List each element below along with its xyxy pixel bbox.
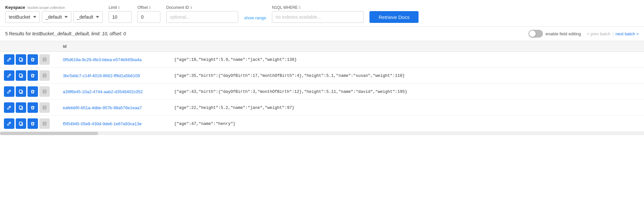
table-body: 0f5d618a-9c29-4fe3-bbea-e574b945ba4a{"ag… [0, 52, 644, 132]
row-actions [0, 52, 59, 68]
row-id[interactable]: f5f04945-05e8-430d-9de6-1e67a93ca13e [59, 116, 170, 132]
doc-content-text: {"age":18,"height":5.9,"name":"jack","we… [174, 58, 297, 62]
actions-column-header [0, 41, 59, 52]
edit-button[interactable] [4, 70, 14, 81]
row-actions [0, 100, 59, 116]
keyspace-selects: testBucket _default _default [5, 11, 103, 23]
delete-button[interactable] [27, 70, 38, 81]
svg-rect-16 [44, 90, 45, 91]
table-row: a39f6b45-10a2-4744-aab2-d3548402c052{"ag… [0, 84, 644, 100]
save-button[interactable] [39, 54, 50, 65]
copy-button[interactable] [16, 70, 26, 81]
row-content: {"age":22,"height":5.2,"name":"jane","we… [170, 100, 644, 116]
next-batch-label[interactable]: next batch > [616, 31, 639, 36]
doc-id-link[interactable]: f5f04945-05e8-430d-9de6-1e67a93ca13e [63, 121, 142, 126]
copy-button[interactable] [16, 102, 26, 113]
id-column-header: id [59, 41, 170, 52]
docid-input[interactable] [166, 11, 238, 23]
save-button[interactable] [39, 86, 50, 97]
top-bar: Keyspace bucket.scope.collection testBuc… [0, 0, 644, 26]
copy-button[interactable] [16, 118, 26, 129]
doc-id-link[interactable]: 0f5d618a-9c29-4fe3-bbea-e574b945ba4a [63, 57, 142, 62]
row-content: {"age":47,"name":"henry"} [170, 116, 644, 132]
retrieve-docs-button[interactable]: Retrieve Docs [369, 11, 419, 23]
results-bar: 5 Results for testBucket._default._defau… [0, 26, 644, 41]
delete-button[interactable] [27, 86, 38, 97]
save-button[interactable] [39, 102, 50, 113]
doc-content-text: {"age":35,"birth":{"dayOfBirth":17,"mont… [174, 74, 405, 78]
delete-button[interactable] [27, 102, 38, 113]
keyspace-group: Keyspace bucket.scope.collection testBuc… [5, 5, 103, 23]
row-actions [0, 116, 59, 132]
scrollbar-thumb[interactable] [0, 132, 98, 135]
row-actions [0, 84, 59, 100]
bucket-select[interactable]: testBucket [5, 11, 40, 23]
save-button[interactable] [39, 118, 50, 129]
limit-input[interactable] [109, 11, 132, 23]
table-row: eafebbf0-b51a-4dbe-957b-98a578e1eaa7{"ag… [0, 100, 644, 116]
n1ql-input[interactable] [272, 11, 364, 23]
n1ql-group: N1QL WHERE ℹ [272, 5, 364, 23]
svg-rect-29 [44, 124, 45, 125]
offset-info-icon: ℹ [149, 5, 151, 10]
svg-rect-1 [19, 58, 22, 61]
prev-batch-label[interactable]: < prev batch [587, 31, 611, 36]
copy-button[interactable] [16, 86, 26, 97]
row-actions [0, 68, 59, 84]
edit-button[interactable] [4, 86, 14, 97]
svg-rect-17 [44, 92, 45, 93]
doc-id-link[interactable]: 3bc5ddc7-c14f-4019-8662-ff9d1a5b6109 [63, 73, 140, 78]
right-controls: enable field editing < prev batch | next… [528, 30, 639, 38]
svg-rect-22 [44, 106, 45, 107]
row-id[interactable]: 3bc5ddc7-c14f-4019-8662-ff9d1a5b6109 [59, 68, 170, 84]
delete-button[interactable] [27, 54, 38, 65]
svg-rect-13 [19, 90, 22, 93]
svg-rect-23 [44, 108, 45, 109]
documents-table-container: id 0f5d618a-9c29-4fe3-bbea-e574b945ba4a{… [0, 41, 644, 132]
horizontal-scrollbar[interactable] [0, 132, 644, 135]
doc-id-link[interactable]: eafebbf0-b51a-4dbe-957b-98a578e1eaa7 [63, 105, 142, 110]
table-row: 3bc5ddc7-c14f-4019-8662-ff9d1a5b6109{"ag… [0, 68, 644, 84]
doc-content-text: {"age":47,"name":"henry"} [174, 122, 236, 126]
row-content: {"age":35,"birth":{"dayOfBirth":17,"mont… [170, 68, 644, 84]
edit-button[interactable] [4, 102, 14, 113]
toggle-label: enable field editing [546, 31, 581, 36]
table-row: f5f04945-05e8-430d-9de6-1e67a93ca13e{"ag… [0, 116, 644, 132]
field-editing-toggle[interactable] [528, 30, 543, 38]
row-content: {"age":18,"height":5.9,"name":"jack","we… [170, 52, 644, 68]
row-id[interactable]: 0f5d618a-9c29-4fe3-bbea-e574b945ba4a [59, 52, 170, 68]
batch-navigation: < prev batch | next batch > [587, 31, 639, 36]
svg-rect-4 [44, 58, 45, 59]
offset-group: Offset ℹ [137, 5, 160, 23]
copy-button[interactable] [16, 54, 26, 65]
n1ql-label: N1QL WHERE ℹ [272, 5, 364, 10]
svg-rect-5 [44, 60, 45, 61]
row-id[interactable]: eafebbf0-b51a-4dbe-957b-98a578e1eaa7 [59, 100, 170, 116]
edit-button[interactable] [4, 54, 14, 65]
save-button[interactable] [39, 70, 50, 81]
results-text: 5 Results for testBucket._default._defau… [5, 31, 126, 36]
row-id[interactable]: a39f6b45-10a2-4744-aab2-d3548402c052 [59, 84, 170, 100]
batch-separator: | [612, 31, 613, 36]
offset-input[interactable] [137, 11, 160, 23]
doc-id-link[interactable]: a39f6b45-10a2-4744-aab2-d3548402c052 [63, 89, 143, 94]
docid-label: Document ID ℹ [166, 5, 238, 10]
offset-label: Offset ℹ [137, 5, 160, 10]
svg-rect-10 [44, 74, 45, 75]
scope-select[interactable]: _default [42, 11, 71, 23]
edit-button[interactable] [4, 118, 14, 129]
show-range-link[interactable]: show range [244, 15, 266, 20]
collection-select[interactable]: _default [73, 11, 103, 23]
docid-info-icon: ℹ [190, 5, 192, 10]
content-column-header [170, 41, 644, 52]
limit-group: Limit ℹ [109, 5, 132, 23]
svg-rect-19 [19, 106, 22, 109]
toggle-group: enable field editing [528, 30, 581, 38]
svg-rect-28 [44, 122, 45, 123]
n1ql-info-icon: ℹ [299, 5, 301, 10]
keyspace-label: Keyspace bucket.scope.collection [5, 5, 103, 10]
docid-group: Document ID ℹ [166, 5, 238, 23]
delete-button[interactable] [27, 118, 38, 129]
documents-table: id 0f5d618a-9c29-4fe3-bbea-e574b945ba4a{… [0, 41, 644, 132]
svg-rect-7 [19, 74, 22, 77]
